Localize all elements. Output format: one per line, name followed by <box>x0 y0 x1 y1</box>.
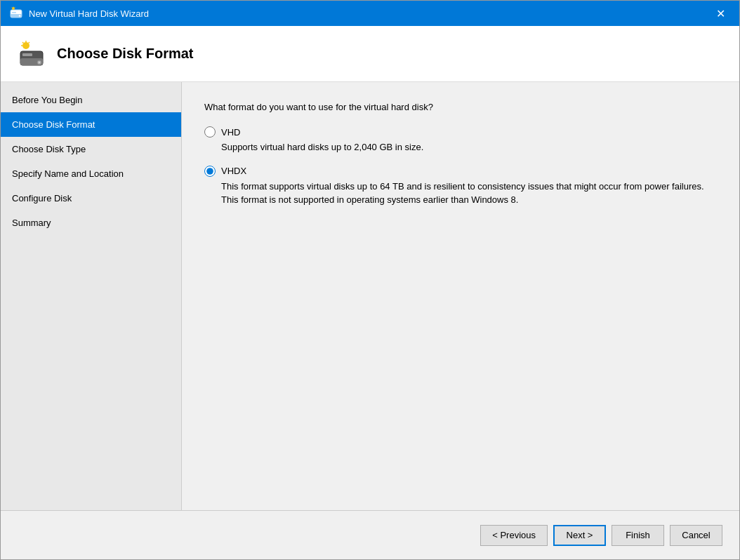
main-content: What format do you want to use for the v… <box>182 82 739 510</box>
header-section: Choose Disk Format <box>1 26 739 82</box>
svg-line-6 <box>12 8 13 8</box>
next-button[interactable]: Next > <box>553 525 606 546</box>
radio-label-row-vhdx: VHDX <box>204 166 717 177</box>
title-bar: New Virtual Hard Disk Wizard ✕ <box>1 1 739 26</box>
previous-button[interactable]: < Previous <box>480 525 548 546</box>
title-bar-text: New Virtual Hard Disk Wizard <box>29 8 710 19</box>
footer: < Previous Next > Finish Cancel <box>1 510 739 559</box>
svg-rect-15 <box>22 53 32 56</box>
svg-line-7 <box>15 8 15 8</box>
sidebar-item-choose-disk-format[interactable]: Choose Disk Format <box>1 112 181 137</box>
svg-rect-3 <box>12 12 16 13</box>
radio-input-vhd[interactable] <box>204 126 216 138</box>
page-title: Choose Disk Format <box>57 46 193 62</box>
radio-group: VHDSupports virtual hard disks up to 2,0… <box>204 126 717 207</box>
header-icon <box>18 40 46 68</box>
radio-description-vhdx: This format supports virtual disks up to… <box>221 180 717 207</box>
sidebar-item-specify-name-location[interactable]: Specify Name and Location <box>1 161 181 186</box>
svg-line-10 <box>22 42 24 44</box>
svg-point-17 <box>39 61 40 62</box>
radio-description-vhd: Supports virtual hard disks up to 2,040 … <box>221 140 717 154</box>
sidebar: Before You BeginChoose Disk FormatChoose… <box>1 82 182 510</box>
title-bar-icon <box>9 6 23 20</box>
radio-label-vhdx[interactable]: VHDX <box>221 166 246 176</box>
sidebar-item-choose-disk-type[interactable]: Choose Disk Type <box>1 137 181 161</box>
radio-label-row-vhd: VHD <box>204 126 717 138</box>
sidebar-item-configure-disk[interactable]: Configure Disk <box>1 186 181 211</box>
wizard-window: New Virtual Hard Disk Wizard ✕ Cho <box>0 0 740 560</box>
svg-point-8 <box>22 42 29 49</box>
content-area: Before You BeginChoose Disk FormatChoose… <box>1 82 739 510</box>
cancel-button[interactable]: Cancel <box>670 525 722 546</box>
svg-point-4 <box>12 7 15 10</box>
finish-button[interactable]: Finish <box>612 525 664 546</box>
sidebar-item-before-you-begin[interactable]: Before You Begin <box>1 88 181 112</box>
radio-option-vhd: VHDSupports virtual hard disks up to 2,0… <box>204 126 717 154</box>
sidebar-item-summary[interactable]: Summary <box>1 211 181 235</box>
svg-point-2 <box>19 15 20 16</box>
svg-line-11 <box>29 42 30 44</box>
question-text: What format do you want to use for the v… <box>204 102 717 112</box>
close-button[interactable]: ✕ <box>710 3 731 24</box>
radio-input-vhdx[interactable] <box>204 166 216 177</box>
radio-option-vhdx: VHDXThis format supports virtual disks u… <box>204 166 717 207</box>
radio-label-vhd[interactable]: VHD <box>221 127 240 138</box>
